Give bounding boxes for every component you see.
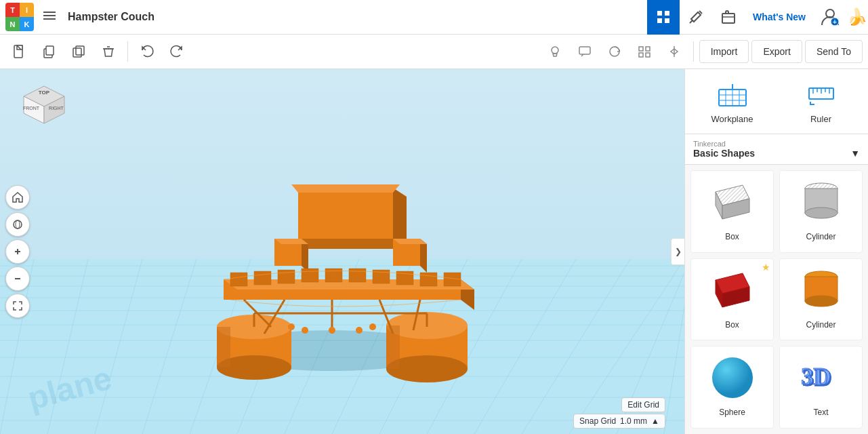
shape-cylinder-grey-label: Cylinder — [806, 232, 835, 241]
build-button[interactable] — [680, 0, 712, 35]
snap-grid-pill[interactable]: Snap Grid 1.0 mm ▲ — [573, 414, 665, 429]
redo-button[interactable] — [163, 38, 190, 65]
chevron-down-icon: ▼ — [850, 148, 860, 159]
svg-rect-15 — [46, 46, 54, 55]
logo-i: I — [20, 3, 34, 17]
edit-grid-pill[interactable]: Edit Grid — [621, 397, 665, 412]
svg-point-107 — [16, 220, 20, 229]
ruler-label: Ruler — [810, 114, 831, 124]
3d-scene — [0, 69, 684, 434]
shape-box-red-label: Box — [725, 320, 739, 330]
shape-text-3d[interactable]: 3D 3D Text — [779, 346, 863, 429]
delete-button[interactable] — [95, 38, 122, 65]
svg-marker-67 — [230, 273, 247, 286]
user-button[interactable]: + — [814, 0, 846, 35]
svg-rect-3 — [657, 11, 662, 16]
svg-text:FRONT: FRONT — [23, 106, 40, 111]
projects-button[interactable] — [712, 0, 745, 35]
svg-text:+: + — [833, 18, 837, 26]
workplane-label: Workplane — [711, 114, 753, 124]
toolbar-right: Import Export Send To — [699, 40, 863, 63]
logo-k: K — [20, 17, 34, 31]
shape-box-grey-label: Box — [725, 232, 739, 241]
copy-button[interactable] — [35, 38, 62, 65]
svg-rect-24 — [646, 53, 650, 57]
svg-rect-7 — [722, 14, 735, 23]
svg-marker-56 — [393, 188, 407, 245]
import-button[interactable]: Import — [699, 40, 749, 63]
shapes-category-dropdown[interactable]: Basic Shapes ▼ — [693, 148, 860, 159]
right-panel: Workplane Ruler Tinkerc — [684, 69, 868, 434]
left-tools-panel — [5, 185, 30, 318]
svg-text:RIGHT: RIGHT — [49, 106, 64, 111]
svg-marker-55 — [298, 239, 400, 249]
3d-viewport[interactable]: TOP FRONT RIGHT — [0, 69, 684, 434]
svg-marker-71 — [325, 269, 342, 282]
svg-rect-4 — [665, 11, 669, 16]
edit-grid-label: Edit Grid — [627, 400, 659, 410]
shape-box-grey[interactable]: Box — [690, 170, 774, 253]
fit-view-button[interactable] — [5, 294, 30, 318]
hamburger-icon[interactable] — [39, 5, 60, 29]
light-bulb-button[interactable] — [541, 38, 569, 65]
svg-rect-23 — [639, 53, 643, 57]
svg-rect-22 — [646, 47, 650, 51]
svg-point-131 — [805, 208, 838, 218]
zoom-in-button[interactable] — [5, 239, 30, 264]
snap-grid-up-arrow[interactable]: ▲ — [651, 416, 659, 426]
shape-cylinder-orange-label: Cylinder — [806, 320, 835, 330]
shapes-category-text: Basic Shapes — [693, 148, 755, 159]
mirror-button[interactable] — [661, 38, 688, 65]
svg-point-138 — [712, 357, 753, 398]
workplane-button[interactable]: Workplane — [690, 75, 774, 128]
svg-rect-1 — [43, 15, 56, 16]
svg-rect-19 — [579, 47, 590, 54]
svg-rect-81 — [217, 327, 230, 368]
svg-rect-21 — [639, 47, 643, 51]
shape-sphere-blue-label: Sphere — [719, 408, 745, 417]
home-view-button[interactable] — [5, 185, 30, 210]
project-title[interactable]: Hampster Couch — [68, 11, 154, 23]
new-file-button[interactable] — [5, 38, 33, 65]
toolbar-divider-2 — [693, 41, 694, 62]
snap-grid-value: 1.0 mm — [620, 416, 647, 426]
main-area: TOP FRONT RIGHT — [0, 69, 868, 434]
svg-point-96 — [302, 327, 308, 334]
duplicate-button[interactable] — [65, 38, 92, 65]
svg-rect-6 — [665, 18, 669, 23]
svg-rect-0 — [43, 12, 56, 13]
svg-point-97 — [329, 327, 335, 334]
shape-cylinder-orange[interactable]: Cylinder — [779, 258, 863, 341]
logo-n: N — [5, 17, 20, 31]
whats-new-button[interactable]: What's New — [745, 0, 814, 35]
shape-text-3d-label: Text — [813, 408, 828, 417]
grid-view-button[interactable] — [647, 0, 680, 35]
rotate-button[interactable] — [601, 38, 628, 65]
send-to-button[interactable]: Send To — [805, 40, 863, 63]
svg-rect-16 — [73, 48, 81, 57]
align-button[interactable] — [631, 38, 658, 65]
svg-marker-70 — [302, 269, 318, 282]
banana-icon[interactable]: 🍌 — [846, 6, 868, 28]
view-cube[interactable]: TOP FRONT RIGHT — [14, 76, 75, 140]
tinkercad-logo[interactable]: T I N K — [5, 3, 34, 31]
toolbar-divider-1 — [127, 41, 128, 62]
svg-marker-54 — [298, 188, 393, 239]
undo-button[interactable] — [133, 38, 161, 65]
svg-point-18 — [552, 47, 558, 54]
svg-rect-17 — [76, 46, 84, 55]
shape-box-red[interactable]: ★ Box — [690, 258, 774, 341]
collapse-panel-button[interactable]: ❯ — [671, 238, 684, 265]
comment-button[interactable] — [571, 38, 598, 65]
orbit-button[interactable] — [5, 212, 30, 237]
ruler-button[interactable]: Ruler — [779, 75, 863, 128]
svg-marker-68 — [254, 271, 271, 285]
shape-cylinder-grey[interactable]: Cylinder — [779, 170, 863, 253]
tinkercad-label: Tinkercad — [693, 140, 860, 148]
toolbar: Import Export Send To — [0, 35, 868, 69]
topbar: T I N K Hampster Couch — [0, 0, 868, 35]
svg-marker-72 — [349, 269, 366, 282]
shape-sphere-blue[interactable]: Sphere — [690, 346, 774, 429]
export-button[interactable]: Export — [751, 40, 802, 63]
zoom-out-button[interactable] — [5, 267, 30, 291]
